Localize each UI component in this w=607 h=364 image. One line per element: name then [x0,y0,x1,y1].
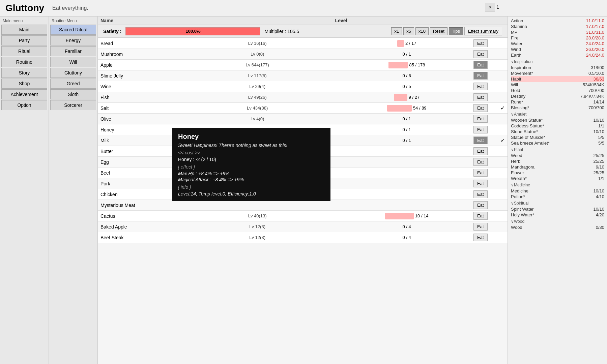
food-checkbox-cell[interactable] [498,146,508,157]
food-checkbox-cell[interactable] [498,189,508,200]
food-name: Olive [100,116,111,122]
food-name: Baked Apple [100,224,127,230]
stat-label: Stamina [511,24,527,29]
food-checkbox-cell[interactable]: ✓ [498,103,508,114]
stat-label: Blessing* [511,105,529,110]
eat-button[interactable]: Eat [473,61,488,69]
sidebar-item-story[interactable]: Story [1,68,47,78]
food-level-cell: Lv 12(3) [172,232,343,243]
table-row: WineLv 29(4)0 / 5Eat [98,81,508,92]
eat-button[interactable]: Eat [473,50,488,58]
stat-row: Flower25/25 [511,170,604,176]
tips-button[interactable]: Tips [449,27,463,35]
eat-button[interactable]: Eat [473,136,488,144]
qty-text: 0 / 1 [402,116,411,121]
mid-item-familiar[interactable]: Familiar [50,46,96,56]
nav-forward-button[interactable]: > [485,3,495,11]
food-checkbox-cell[interactable] [498,211,508,221]
mid-item-will[interactable]: Will [50,57,96,67]
food-checkbox-cell[interactable] [498,157,508,168]
food-checkbox-cell[interactable] [498,124,508,135]
sidebar-item-option[interactable]: Option [1,100,47,110]
food-qty-cell: 0 / 5 [343,81,471,92]
food-qty-cell: 10 / 14 [343,211,471,221]
stat-label: Rune* [511,99,523,104]
sidebar-item-routine[interactable]: Routine [1,57,47,67]
mid-item-greed[interactable]: Greed [50,79,96,89]
stat-row: Potion*4/10 [511,194,604,200]
food-checkbox-cell[interactable]: ✓ [498,135,508,146]
eat-btn-cell: Eat [471,135,498,146]
stat-value: 4/20 [596,212,604,217]
food-checkbox-cell[interactable] [498,81,508,92]
food-name-cell: Olive [98,114,172,124]
routine-menu-label: Routine Menu [50,18,96,24]
eat-button[interactable]: Eat [473,190,488,198]
food-checkbox-cell[interactable] [498,168,508,178]
food-checkbox-cell[interactable] [498,221,508,232]
food-checkbox-cell[interactable] [498,178,508,189]
mid-item-gluttony[interactable]: Gluttony [50,68,96,78]
multiply-x1-button[interactable]: x1 [391,27,402,35]
sidebar-item-ritual[interactable]: Ritual [1,46,47,56]
food-name-cell: Baked Apple [98,221,172,232]
food-name-cell: Egg [98,157,172,168]
stat-value: 25/25 [593,153,604,158]
mid-item-sorcerer[interactable]: Sorcerer [50,100,96,110]
eat-button[interactable]: Eat [473,180,488,187]
eat-button[interactable]: Eat [473,234,488,241]
mid-item-sloth[interactable]: Sloth [50,89,96,99]
stat-value: 1/1 [598,176,604,181]
food-qty-cell: 0 / 6 [343,70,471,81]
reset-button[interactable]: Reset [430,27,447,35]
food-checkbox-cell[interactable] [498,60,508,70]
eat-button[interactable]: Eat [473,147,488,155]
eat-button[interactable]: Eat [473,158,488,166]
food-checkbox-cell[interactable] [498,38,508,49]
food-checkbox-cell[interactable] [498,200,508,211]
stat-value: 26.0/26.0 [586,47,604,52]
nav-page: 1 [496,4,499,10]
eat-button[interactable]: Eat [473,126,488,133]
stat-row: Weed25/25 [511,153,604,158]
stat-label: Goddess Statue* [511,123,544,128]
food-checkbox-cell[interactable] [498,232,508,243]
eat-button[interactable]: Eat [473,115,488,123]
eat-btn-cell: Eat [471,124,498,135]
food-checkbox-cell[interactable] [498,70,508,81]
qty-text: 10 / 14 [415,213,429,218]
sidebar-item-achievement[interactable]: Achievement [1,89,47,99]
content-header: Name Level [98,17,508,25]
eat-button[interactable]: Eat [473,223,488,231]
eat-button[interactable]: Eat [473,93,488,101]
mid-item-sacred-ritual[interactable]: Sacred Ritual [50,25,96,35]
eat-button[interactable]: Eat [473,72,488,80]
table-row: MushroomLv 0(0)0 / 1Eat [98,49,508,60]
eat-button[interactable]: Eat [473,201,488,209]
sidebar-item-main[interactable]: Main [1,25,47,35]
eat-button[interactable]: Eat [473,83,488,90]
table-row: Mysterious MeatEat [98,200,508,211]
eat-button[interactable]: Eat [473,39,488,47]
food-name-cell: Salt [98,103,172,114]
eat-button[interactable]: Eat [473,212,488,220]
multiply-x10-button[interactable]: x10 [415,27,429,35]
sidebar-item-party[interactable]: Party [1,35,47,46]
stat-value: 0/30 [596,225,604,230]
stat-label: Flower [511,170,524,175]
multiply-x5-button[interactable]: x5 [403,27,414,35]
effect-summary-button[interactable]: Effect summary [464,27,502,35]
food-name-cell: Mysterious Meat [98,200,172,211]
table-row: ButterEat [98,146,508,157]
food-qty-cell: 0 / 1 [343,49,471,60]
stat-value: 31.0/31.0 [586,30,604,35]
food-checkbox-cell[interactable] [498,92,508,103]
food-checkbox-cell[interactable] [498,114,508,124]
sidebar-item-shop[interactable]: Shop [1,79,47,89]
food-checkbox-cell[interactable] [498,49,508,60]
food-name: Milk [100,138,109,143]
stat-value: 24.0/24.0 [586,41,604,46]
eat-button[interactable]: Eat [473,104,488,112]
eat-button[interactable]: Eat [473,169,488,177]
mid-item-energy[interactable]: Energy [50,35,96,46]
